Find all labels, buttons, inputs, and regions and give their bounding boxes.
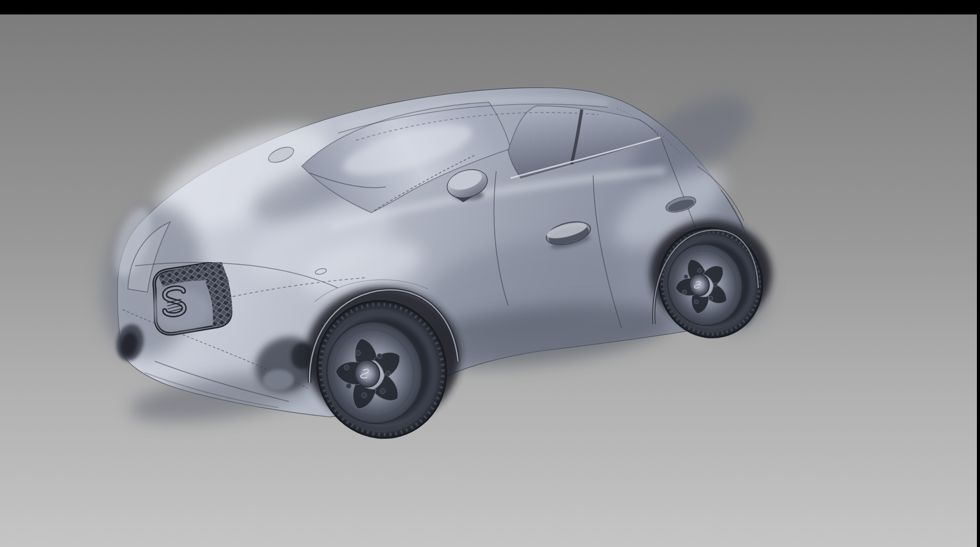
right-letterbox-bar: [977, 0, 980, 547]
car-3d-model[interactable]: [0, 0, 980, 547]
top-letterbox-bar: [0, 0, 980, 14]
cad-viewport[interactable]: [0, 14, 977, 547]
grille: [150, 262, 232, 334]
front-wheel: [301, 285, 463, 454]
screenshot-root: [0, 0, 980, 547]
